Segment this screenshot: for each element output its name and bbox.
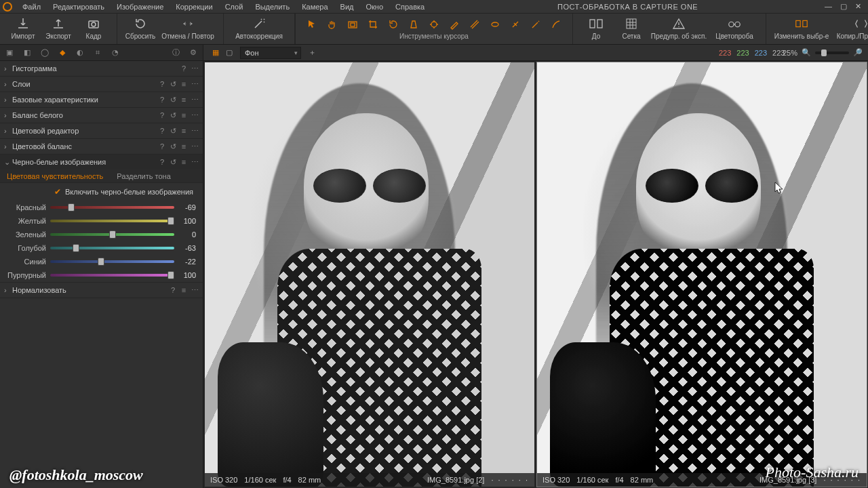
grid-icon	[624, 16, 639, 31]
hand-tool-icon[interactable]	[326, 18, 339, 31]
viewer-toolbar: ▦ ▢ Фон ＋ 223 223 223 223 25% 🔍 🔎	[203, 45, 868, 61]
panel-base[interactable]: ›Базовые характеристики?↺≡⋯	[0, 92, 203, 107]
bw-tab-split[interactable]: Разделить тона	[110, 169, 178, 182]
tab-lens-icon[interactable]: ◯	[39, 47, 50, 58]
slider-value: 100	[174, 217, 196, 225]
edit-sel-icon	[794, 16, 809, 31]
menu-window[interactable]: Окно	[359, 1, 389, 12]
menu-icon[interactable]: ⋯	[191, 64, 199, 73]
slider-track[interactable]	[50, 247, 174, 249]
reset-button[interactable]: Сбросить	[123, 16, 158, 40]
panel-histogram[interactable]: ›Гистограмма?⋯	[0, 61, 203, 76]
tab-color-icon[interactable]: ◆	[57, 47, 68, 58]
tab-library-icon[interactable]: ▣	[4, 47, 15, 58]
slider-track[interactable]	[50, 233, 174, 236]
slider-track[interactable]	[50, 220, 174, 222]
tab-details-icon[interactable]: ⌗	[92, 47, 103, 58]
photo-meta-left: ISO 3201/160 секf/482 mm IMG_8591.jpg [2…	[205, 473, 534, 487]
radial-tool-icon[interactable]	[488, 18, 502, 31]
wand-icon	[252, 16, 267, 31]
edit-selected-button[interactable]: Изменить выбр-е	[772, 16, 831, 40]
before-after-icon	[589, 16, 604, 31]
panel-bw-header[interactable]: ⌄Черно-белые изображения?↺≡⋯	[0, 155, 203, 169]
menu-layer[interactable]: Слой	[219, 1, 250, 12]
help-icon[interactable]: ?	[180, 64, 188, 73]
heal-tool-icon[interactable]	[509, 18, 522, 31]
slider-track[interactable]	[50, 274, 174, 277]
slider-thumb[interactable]	[73, 244, 79, 252]
add-layer-icon[interactable]: ＋	[305, 46, 319, 60]
close-icon[interactable]: ✕	[855, 2, 861, 11]
rotate-tool-icon[interactable]	[387, 18, 400, 31]
slider-label: Желтый	[7, 217, 50, 225]
bw-enable-checkbox[interactable]: ✔Включить черно-белые изображения	[0, 183, 203, 201]
clone-tool-icon[interactable]	[529, 18, 542, 31]
maximize-icon[interactable]: ▢	[840, 2, 847, 11]
bw-slider-2: Зеленый0	[0, 228, 203, 241]
menu-select[interactable]: Выделить	[249, 1, 296, 12]
undo-redo-button[interactable]: Отмена / Повтор	[158, 16, 218, 40]
zoom-slider[interactable]	[815, 52, 849, 54]
svg-point-5	[492, 22, 498, 26]
bw-tab-sensitivity[interactable]: Цветовая чувствительность	[0, 169, 110, 182]
menu-help[interactable]: Справка	[389, 1, 431, 12]
menu-edit[interactable]: Редактировать	[47, 1, 111, 12]
loupe-tool-icon[interactable]	[346, 18, 359, 31]
exposure-warning-button[interactable]: Предупр. об эксп.	[649, 16, 709, 40]
minimize-icon[interactable]: —	[825, 2, 832, 11]
single-view-icon[interactable]: ▢	[222, 46, 236, 60]
slider-thumb[interactable]	[109, 230, 116, 239]
pointer-tool-icon[interactable]	[305, 18, 319, 31]
panel-color-balance[interactable]: ›Цветовой баланс?↺≡⋯	[0, 139, 203, 154]
bw-slider-3: Голубой-63	[0, 241, 203, 255]
import-button[interactable]: Импорт	[5, 16, 41, 40]
menu-view[interactable]: Вид	[334, 1, 360, 12]
panel-wb[interactable]: ›Баланс белого?↺≡⋯	[0, 108, 203, 123]
slider-track[interactable]	[50, 260, 174, 263]
gradient-tool-icon[interactable]	[468, 18, 481, 31]
menu-adjust[interactable]: Коррекции	[170, 1, 218, 12]
export-button[interactable]: Экспорт	[41, 16, 76, 40]
slider-value: 0	[174, 230, 196, 239]
menu-image[interactable]: Изображение	[111, 1, 170, 12]
proof-button[interactable]: Цветопроба	[709, 16, 760, 40]
slider-thumb[interactable]	[167, 271, 174, 279]
tab-output-icon[interactable]: ⚙	[188, 47, 199, 58]
grid-button[interactable]: Сетка	[614, 16, 649, 40]
viewer: ▦ ▢ Фон ＋ 223 223 223 223 25% 🔍 🔎 ISO 32…	[203, 45, 868, 488]
tab-capture-icon[interactable]: ◧	[22, 47, 33, 58]
panel-color-editor[interactable]: ›Цветовой редактор?↺≡⋯	[0, 123, 203, 138]
menu-camera[interactable]: Камера	[296, 1, 334, 12]
photo-right[interactable]: ISO 3201/160 секf/482 mm IMG_8591.jpg [3…	[537, 62, 867, 487]
tab-meta-icon[interactable]: ⓘ	[170, 47, 181, 58]
glasses-icon	[727, 16, 742, 31]
slider-track[interactable]	[50, 206, 174, 209]
panel-normalize[interactable]: ›Нормализовать?≡⋯	[0, 283, 203, 298]
crop-tool-icon[interactable]	[366, 18, 380, 31]
panel-layers[interactable]: ›Слои?↺≡⋯	[0, 77, 203, 92]
slider-thumb[interactable]	[98, 258, 104, 266]
before-after-button[interactable]: До	[578, 16, 614, 40]
layer-select[interactable]: Фон	[240, 47, 301, 59]
capture-button[interactable]: Кадр	[76, 16, 111, 40]
autocorrect-button[interactable]: Автокоррекция	[229, 16, 289, 40]
zoom-in-icon[interactable]: 🔎	[853, 48, 863, 57]
tab-local-icon[interactable]: ◔	[110, 47, 121, 58]
tab-exposure-icon[interactable]: ◐	[75, 47, 85, 58]
brush-tool-icon[interactable]	[448, 18, 461, 31]
slider-label: Голубой	[7, 244, 50, 252]
spot-tool-icon[interactable]	[427, 18, 441, 31]
photo-left[interactable]: ISO 3201/160 секf/482 mm IMG_8591.jpg [2…	[205, 62, 534, 487]
menu-file[interactable]: Файл	[16, 1, 47, 12]
annotate-tool-icon[interactable]	[549, 18, 563, 31]
multi-view-icon[interactable]: ▦	[209, 46, 222, 60]
panel-bw: ⌄Черно-белые изображения?↺≡⋯ Цветовая чу…	[0, 155, 203, 283]
zoom-out-icon[interactable]: 🔍	[802, 48, 811, 57]
slider-value: -69	[174, 203, 196, 211]
slider-thumb[interactable]	[167, 217, 174, 225]
warning-icon	[671, 16, 686, 31]
bw-slider-4: Синий-22	[0, 255, 203, 268]
keystone-tool-icon[interactable]	[407, 18, 420, 31]
slider-thumb[interactable]	[68, 203, 75, 211]
copy-apply-button[interactable]: Копир./Примен.	[831, 16, 868, 40]
